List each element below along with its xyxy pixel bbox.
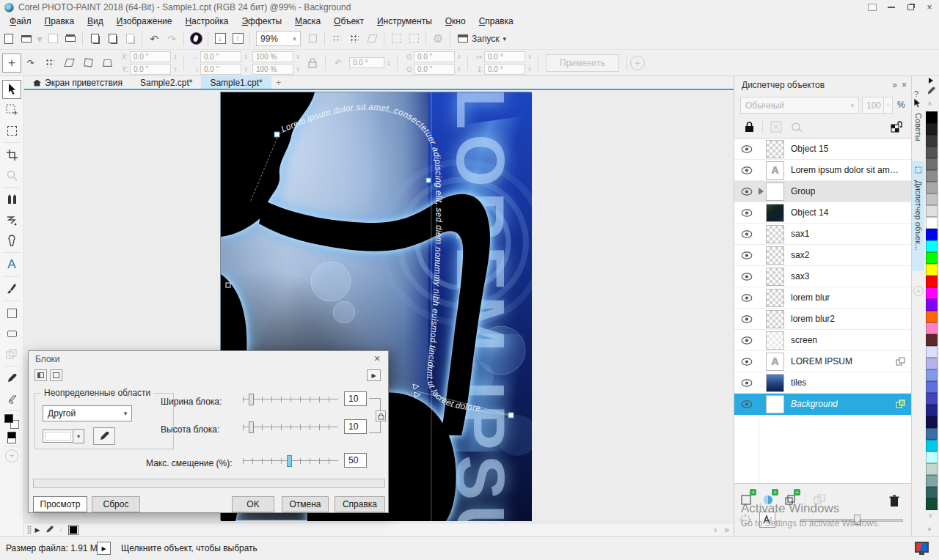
palette-swatch[interactable] (926, 487, 938, 498)
zoom-dropdown-icon[interactable]: ▾ (289, 35, 300, 43)
lock-object-icon[interactable] (889, 119, 904, 134)
center-x-input[interactable]: 0.0 " (414, 51, 455, 62)
rectangle-tool[interactable] (2, 303, 21, 323)
menu-item[interactable]: Файл (3, 15, 38, 27)
layer-row[interactable]: screen (734, 330, 911, 351)
dialog-expand-icon[interactable]: ▶ (367, 369, 381, 381)
layer-row[interactable]: sax1 (734, 224, 911, 245)
mask-invert-button[interactable] (405, 30, 423, 48)
palette-swatch[interactable] (926, 463, 938, 475)
palette-play-icon[interactable]: ▶ (32, 524, 43, 536)
restore-button[interactable] (901, 1, 920, 14)
visibility-eye-icon[interactable] (734, 188, 759, 196)
scale-y-input[interactable]: 100 % (252, 64, 293, 75)
visibility-eye-icon[interactable] (734, 273, 759, 281)
visibility-eye-icon[interactable] (734, 251, 759, 259)
visibility-eye-icon[interactable] (734, 358, 759, 366)
visibility-eye-icon[interactable] (734, 400, 759, 408)
height-input[interactable]: 0.0 " (200, 64, 241, 75)
cancel-button[interactable]: Отмена (282, 496, 329, 512)
palette-scroll-left-icon[interactable]: ‹ (55, 524, 67, 536)
palette-swatch[interactable] (926, 299, 938, 311)
rulers-toggle-button[interactable] (328, 30, 346, 48)
merge-mode-dropdown[interactable]: Обычный ▾ (740, 97, 859, 114)
undo-button[interactable]: ↶ (145, 30, 163, 48)
single-preview-button[interactable] (50, 369, 62, 381)
copy-button[interactable] (103, 30, 121, 48)
help-button[interactable]: Справка (335, 496, 385, 512)
lock-transparency-icon[interactable] (742, 119, 756, 134)
position-y-input[interactable]: 0.0 " (130, 64, 171, 75)
palette-swatch[interactable] (926, 182, 938, 194)
effect-tool[interactable] (2, 210, 21, 229)
visibility-eye-icon[interactable] (734, 336, 759, 345)
palette-black-swatch[interactable] (68, 525, 78, 535)
palette-swatch[interactable] (926, 346, 938, 358)
block-height-slider[interactable] (243, 421, 338, 433)
guidelines-toggle-button[interactable] (363, 30, 381, 48)
shape-tool[interactable] (2, 231, 21, 250)
color-swatch[interactable] (43, 430, 73, 443)
perspective-tool-button[interactable] (98, 54, 117, 73)
menu-item[interactable]: Справка (472, 15, 520, 27)
palette-swatch[interactable] (926, 440, 938, 452)
ok-button[interactable]: OK (232, 496, 274, 512)
blocks-dialog[interactable]: Блоки × ▶ Неопределенные области Другой … (28, 350, 389, 513)
object-pick-tool[interactable] (2, 345, 21, 364)
distort-tool-button[interactable] (78, 54, 98, 73)
menu-item[interactable]: Маска (288, 15, 327, 27)
palette-swatch[interactable] (926, 217, 938, 229)
rectangle-mask-tool[interactable] (2, 121, 21, 140)
tray-icon[interactable] (863, 1, 882, 14)
palette-scroll-down-icon[interactable]: ∨ (928, 512, 933, 519)
new-object-button[interactable]: + (739, 491, 755, 507)
color-dropdown-icon[interactable]: ▾ (73, 429, 84, 443)
palette-swatch[interactable] (926, 170, 938, 182)
layer-row[interactable]: Group (734, 181, 911, 202)
visibility-eye-icon[interactable] (734, 166, 759, 174)
palette-swatch[interactable] (926, 287, 938, 299)
tab-welcome[interactable]: Экран приветствия (24, 76, 131, 89)
palette-swatch[interactable] (926, 334, 938, 346)
palette-swatch[interactable] (926, 229, 938, 240)
eraser-tool[interactable] (2, 389, 21, 408)
block-width-input[interactable]: 10 (344, 391, 367, 406)
palette-swatch[interactable] (926, 416, 938, 428)
eyedropper-button[interactable] (93, 427, 115, 445)
opacity-slider-icon[interactable]: + (883, 97, 892, 113)
layer-row[interactable]: lorem blur2 (734, 309, 911, 330)
palette-swatch[interactable] (926, 475, 938, 487)
expand-thumbnails-button[interactable] (737, 512, 753, 528)
pick-tool[interactable] (2, 80, 21, 99)
layer-row[interactable]: tiles (734, 372, 911, 394)
print-button[interactable] (62, 30, 79, 48)
new-document-button[interactable] (0, 30, 18, 48)
palette-swatch[interactable] (926, 252, 938, 264)
panel-close-icon[interactable]: × (902, 80, 907, 90)
palette-eyedropper-icon[interactable] (43, 524, 55, 536)
position-tool-button[interactable]: + (2, 54, 21, 73)
menu-item[interactable]: Правка (38, 15, 81, 27)
dialog-close-icon[interactable]: × (370, 353, 384, 364)
link-lock-button[interactable] (376, 410, 386, 421)
palette-swatch[interactable] (926, 311, 938, 323)
duplicate-object-button[interactable]: + (783, 491, 799, 507)
mask-transform-tool[interactable] (2, 100, 21, 119)
menu-item[interactable]: Окно (439, 15, 472, 27)
expand-group-icon[interactable] (759, 188, 764, 195)
center-y-input[interactable]: 0.0 " (414, 64, 455, 75)
skew-tool-button[interactable] (59, 54, 78, 73)
apply-button[interactable]: Применить (546, 54, 619, 72)
add-tool-button[interactable]: + (5, 449, 18, 463)
layer-row[interactable]: Object 14 (734, 202, 911, 224)
layer-row[interactable]: Object 15 (734, 139, 911, 160)
new-tab-button[interactable]: + (271, 76, 286, 89)
paste-button[interactable] (121, 30, 139, 48)
thumbnail-size-slider[interactable] (800, 514, 903, 526)
redo-button[interactable]: ↷ (163, 30, 180, 48)
palette-swatch[interactable] (926, 135, 938, 147)
max-offset-input[interactable]: 50 (344, 453, 367, 468)
edit-transparency-icon[interactable] (789, 119, 804, 134)
layer-row[interactable]: sax2 (734, 245, 911, 266)
launch-dropdown[interactable]: Запуск ▾ (453, 32, 511, 45)
